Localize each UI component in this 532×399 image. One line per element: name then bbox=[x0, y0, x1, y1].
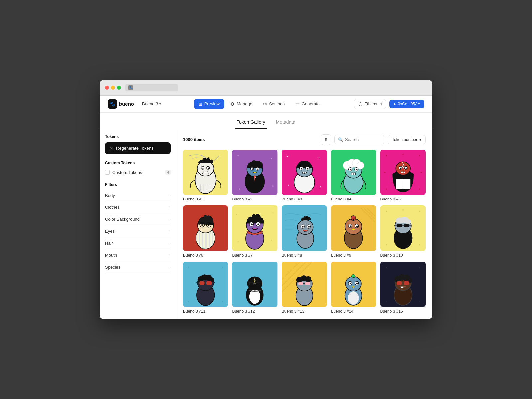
svg-point-131 bbox=[188, 301, 189, 302]
ethereum-icon: ⬡ bbox=[358, 101, 362, 107]
nft-image-3: ✦ ✦ ✦ ✦ bbox=[282, 150, 327, 195]
nav-generate-label: Generate bbox=[302, 101, 320, 106]
nft-card-5[interactable]: Bueno 3 #5 bbox=[380, 150, 426, 201]
nft-card-10[interactable]: Bueno 3 #10 bbox=[380, 205, 426, 257]
nft-title-7: Bueno 3 #7 bbox=[232, 253, 277, 258]
filter-clothes-label: Clothes bbox=[105, 205, 120, 210]
ethereum-badge[interactable]: ⬡ Ethereum bbox=[354, 99, 386, 109]
custom-tokens-title: Custom Tokens bbox=[105, 161, 171, 165]
nft-card-9[interactable]: Bueno 3 #9 bbox=[331, 205, 376, 257]
ethereum-label: Ethereum bbox=[364, 102, 382, 106]
nft-title-13: Bueno 3 #13 bbox=[282, 309, 327, 314]
svg-point-110 bbox=[350, 226, 351, 227]
nft-card-14[interactable]: Bueno 3 #14 bbox=[331, 262, 376, 314]
svg-point-105 bbox=[345, 219, 362, 234]
svg-point-82 bbox=[238, 241, 239, 243]
svg-text:✦: ✦ bbox=[319, 185, 321, 188]
sidebar: Tokens ✕ Regenerate Tokens Custom Tokens… bbox=[100, 129, 176, 319]
custom-tokens-row: Custom Tokens 4 bbox=[105, 168, 171, 177]
filter-body[interactable]: Body › bbox=[105, 190, 171, 201]
svg-point-7 bbox=[208, 168, 209, 169]
svg-rect-148 bbox=[249, 282, 254, 285]
nft-image-11 bbox=[183, 262, 228, 307]
chevron-body-icon: › bbox=[169, 193, 171, 197]
svg-point-56 bbox=[400, 168, 401, 169]
logo-text: bueno bbox=[119, 101, 134, 107]
search-input[interactable] bbox=[345, 137, 381, 142]
nft-card-11[interactable]: Bueno 3 #11 bbox=[183, 262, 228, 314]
nft-card-6[interactable]: Bueno 3 #6 bbox=[183, 205, 228, 257]
tab-token-gallery[interactable]: Token Gallery bbox=[235, 117, 267, 129]
filter-hair[interactable]: Hair › bbox=[105, 237, 171, 249]
minimize-button[interactable] bbox=[111, 86, 115, 90]
nft-image-4 bbox=[331, 150, 376, 195]
nav-preview-label: Preview bbox=[204, 101, 220, 106]
nft-title-1: Bueno 3 #1 bbox=[183, 197, 228, 201]
page-tabs: Token Gallery Metadata bbox=[100, 113, 432, 129]
nft-image-10 bbox=[380, 205, 426, 251]
search-box: 🔍 bbox=[334, 135, 384, 144]
filter-eyes[interactable]: Eyes › bbox=[105, 225, 171, 237]
nft-card-8[interactable]: Bueno 3 #8 bbox=[282, 205, 327, 257]
nft-image-9 bbox=[331, 205, 376, 251]
sort-button[interactable]: Token number ▾ bbox=[388, 135, 426, 144]
svg-point-51 bbox=[384, 172, 385, 173]
maximize-button[interactable] bbox=[117, 86, 121, 90]
svg-text:✦: ✦ bbox=[288, 184, 290, 187]
custom-tokens-checkbox[interactable] bbox=[105, 170, 110, 175]
svg-point-17 bbox=[239, 188, 240, 190]
svg-point-52 bbox=[421, 172, 422, 173]
regenerate-tokens-button[interactable]: ✕ Regenerate Tokens bbox=[105, 142, 171, 154]
tokens-title: Tokens bbox=[105, 134, 171, 139]
nft-card-3[interactable]: ✦ ✦ ✦ ✦ bbox=[282, 150, 327, 201]
svg-rect-124 bbox=[404, 224, 409, 227]
close-button[interactable] bbox=[105, 86, 109, 90]
logo-area: 🐾 bueno bbox=[108, 99, 134, 109]
filter-hair-label: Hair bbox=[105, 241, 113, 246]
nft-card-13[interactable]: Bueno 3 #13 bbox=[282, 262, 327, 314]
nft-card-4[interactable]: Bueno 3 #4 bbox=[331, 150, 376, 201]
address-bar[interactable]: 🐾 bbox=[125, 84, 178, 91]
logo-icon: 🐾 bbox=[108, 99, 117, 109]
svg-point-18 bbox=[272, 185, 274, 187]
wallet-dot: ● bbox=[393, 102, 396, 106]
svg-point-47 bbox=[419, 155, 420, 156]
svg-rect-30 bbox=[303, 172, 304, 174]
svg-point-116 bbox=[419, 244, 421, 246]
chevron-mouth-icon: › bbox=[169, 253, 171, 257]
nft-card-15[interactable]: Bueno 3 #15 bbox=[380, 262, 426, 314]
project-selector[interactable]: Bueno 3 ▾ bbox=[139, 100, 164, 108]
svg-point-50 bbox=[402, 154, 404, 155]
filter-clothes[interactable]: Clothes › bbox=[105, 201, 171, 213]
svg-point-159 bbox=[305, 276, 311, 282]
nav-generate[interactable]: ▭ Generate bbox=[291, 99, 324, 109]
svg-point-111 bbox=[356, 226, 358, 227]
items-count: 1000 items bbox=[183, 137, 317, 142]
nft-card-2[interactable]: Bueno 3 #2 bbox=[232, 150, 277, 201]
nft-card-1[interactable]: Bueno 3 #1 bbox=[183, 150, 228, 201]
nft-grid: Bueno 3 #1 bbox=[183, 150, 426, 314]
nav-manage[interactable]: ⚙ Manage bbox=[226, 99, 257, 109]
custom-tokens-count: 4 bbox=[165, 170, 171, 175]
svg-point-80 bbox=[236, 214, 237, 215]
nav-preview[interactable]: ⊞ Preview bbox=[194, 99, 224, 109]
svg-rect-44 bbox=[354, 173, 355, 175]
main-layout: Tokens ✕ Regenerate Tokens Custom Tokens… bbox=[100, 129, 432, 319]
filter-color-background[interactable]: Color Background › bbox=[105, 213, 171, 225]
svg-point-175 bbox=[419, 267, 420, 268]
nav-settings[interactable]: ✂ Settings bbox=[258, 99, 289, 109]
tab-metadata[interactable]: Metadata bbox=[275, 117, 297, 129]
svg-rect-140 bbox=[206, 281, 212, 285]
wallet-address: 0xCe...95AA bbox=[398, 102, 420, 106]
filter-mouth[interactable]: Mouth › bbox=[105, 249, 171, 261]
wallet-badge[interactable]: ● 0xCe...95AA bbox=[389, 100, 424, 108]
share-button[interactable]: ⬆ bbox=[321, 134, 331, 145]
svg-line-75 bbox=[198, 224, 200, 225]
generate-icon: ▭ bbox=[295, 101, 300, 107]
nft-card-7[interactable]: Bueno 3 #7 bbox=[232, 205, 277, 257]
nft-card-12[interactable]: Bueno 3 #12 bbox=[232, 262, 277, 314]
filter-species[interactable]: Species › bbox=[105, 261, 171, 273]
favicon-icon: 🐾 bbox=[128, 85, 133, 90]
nft-title-4: Bueno 3 #4 bbox=[331, 197, 376, 201]
project-name: Bueno 3 bbox=[142, 101, 158, 106]
